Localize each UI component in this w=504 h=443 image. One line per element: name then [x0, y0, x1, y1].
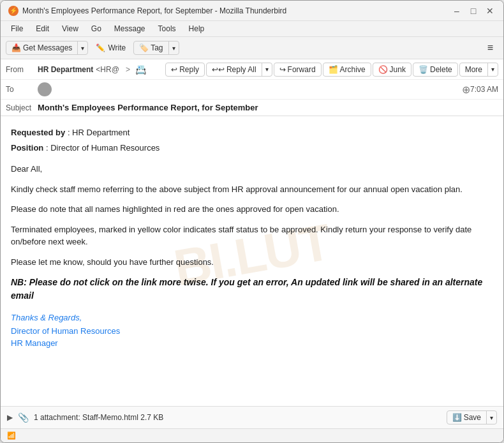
requested-by-label: Requested by	[11, 128, 65, 137]
reply-all-icon: ↩↩	[212, 65, 225, 74]
menu-bar: File Edit View Go Message Tools Help	[1, 21, 503, 37]
reply-button[interactable]: ↩ Reply	[165, 63, 205, 77]
tag-split: 🏷️ Tag ▾	[133, 41, 179, 55]
menu-file[interactable]: File	[6, 22, 28, 35]
from-name: HR Department	[38, 65, 93, 74]
forward-button[interactable]: ↪ Forward	[274, 63, 322, 77]
email-time: 7:03 AM	[470, 85, 498, 94]
save-split: ⬇️ Save ▾	[447, 410, 497, 424]
hamburger-menu-button[interactable]: ≡	[482, 40, 498, 56]
wifi-icon: 📶	[7, 432, 16, 440]
subject-label: Subject	[6, 103, 38, 112]
sig-thanks: Thanks & Regards,	[11, 313, 493, 322]
email-header: From HR Department <HR@ > 📇 ↩ Reply ↩↩ R…	[1, 59, 503, 116]
paragraph4: Please let me know, should you have furt…	[11, 256, 493, 269]
to-label: To	[6, 85, 38, 94]
save-icon: ⬇️	[452, 413, 462, 422]
reply-all-label: Reply All	[226, 65, 256, 74]
to-content	[38, 82, 459, 96]
nb-notice: NB: Please do not click on the link more…	[11, 276, 493, 303]
archive-button[interactable]: 🗂️ Archive	[323, 63, 371, 77]
window-title: Month's Employees Performance Report, fo…	[22, 6, 286, 15]
archive-label: Archive	[340, 65, 366, 74]
menu-go[interactable]: Go	[86, 22, 107, 35]
reply-all-dropdown[interactable]: ▾	[262, 64, 272, 75]
reply-icon: ↩	[171, 65, 177, 74]
reply-all-button[interactable]: ↩↩ Reply All	[207, 63, 262, 76]
write-label: Write	[108, 43, 126, 52]
archive-icon: 🗂️	[329, 65, 338, 74]
get-messages-icon: 📥	[11, 43, 21, 52]
address-book-icon[interactable]: 📇	[135, 64, 146, 75]
get-messages-dropdown[interactable]: ▾	[78, 43, 87, 54]
junk-label: Junk	[390, 65, 406, 74]
tag-button[interactable]: 🏷️ Tag	[134, 41, 168, 54]
status-bar: 📶	[1, 428, 503, 442]
subject-row: Subject Month's Employees Performance Re…	[1, 100, 503, 116]
more-dropdown[interactable]: ▾	[488, 64, 498, 75]
title-bar: ⚡ Month's Employees Performance Report, …	[1, 1, 503, 21]
more-label: More	[465, 65, 482, 74]
delete-button[interactable]: 🗑️ Delete	[413, 63, 458, 77]
position-value: : Director of Human Resources	[46, 143, 159, 153]
circle-icon: ⊕	[462, 84, 470, 96]
menu-view[interactable]: View	[57, 22, 84, 35]
tag-dropdown[interactable]: ▾	[169, 43, 179, 54]
get-messages-button[interactable]: 📥 Get Messages	[6, 41, 78, 54]
signature: Thanks & Regards, Director of Human Reso…	[11, 313, 493, 348]
forward-icon: ↪	[279, 65, 286, 74]
email-address-end: >	[126, 65, 130, 74]
more-button[interactable]: More	[460, 63, 488, 76]
attachment-bar: ▶ 📎 1 attachment: Staff-Memo.html 2.7 KB…	[1, 406, 503, 428]
tag-icon: 🏷️	[139, 43, 149, 52]
junk-button[interactable]: 🚫 Junk	[373, 63, 411, 77]
close-button[interactable]: ✕	[484, 5, 496, 17]
minimize-button[interactable]: –	[451, 5, 463, 17]
attachment-label: 1 attachment: Staff-Memo.html	[34, 413, 138, 422]
from-email: <HR@	[96, 65, 119, 74]
sig-role: HR Manager	[11, 338, 493, 348]
sig-title: Director of Human Resources	[11, 326, 493, 336]
delete-label: Delete	[430, 65, 452, 74]
requested-by-line: Requested by : HR Department	[11, 126, 493, 139]
reply-all-split: ↩↩ Reply All ▾	[206, 63, 272, 77]
attachment-size: 2.7 KB	[140, 413, 163, 422]
write-button[interactable]: ✏️ Write	[91, 41, 131, 55]
position-label: Position	[11, 143, 43, 153]
paragraph2: Please do note that all names highlighte…	[11, 203, 493, 216]
menu-help[interactable]: Help	[184, 22, 210, 35]
main-window: ⚡ Month's Employees Performance Report, …	[0, 0, 504, 443]
forward-label: Forward	[288, 65, 316, 74]
body-content: Requested by : HR Department Position : …	[11, 126, 493, 348]
attachment-expand-button[interactable]: ▶	[7, 413, 13, 422]
tag-label: Tag	[151, 43, 163, 52]
from-label: From	[6, 65, 38, 74]
reply-label: Reply	[179, 65, 199, 74]
save-dropdown[interactable]: ▾	[487, 412, 496, 423]
main-toolbar: 📥 Get Messages ▾ ✏️ Write 🏷️ Tag ▾ ≡	[1, 37, 503, 59]
save-button[interactable]: ⬇️ Save	[447, 411, 487, 424]
paragraph3: Terminated employees, marked in yellow c…	[11, 223, 493, 248]
email-subject: Month's Employees Performance Report, fo…	[38, 103, 258, 112]
position-line: Position : Director of Human Resources	[11, 142, 493, 154]
header-actions: ↩ Reply ↩↩ Reply All ▾ ↪ Forward 🗂️ Arc	[165, 63, 498, 77]
attachment-icon: 📎	[18, 412, 29, 423]
window-controls: – □ ✕	[451, 5, 496, 17]
paragraph1: Kindly check staff memo referring to the…	[11, 183, 493, 196]
attachment-info: 1 attachment: Staff-Memo.html 2.7 KB	[34, 413, 163, 422]
greeting: Dear All,	[11, 163, 493, 176]
get-messages-label: Get Messages	[23, 43, 72, 52]
from-row: From HR Department <HR@ > 📇 ↩ Reply ↩↩ R…	[1, 59, 503, 80]
menu-edit[interactable]: Edit	[31, 22, 54, 35]
to-avatar	[38, 82, 52, 96]
from-content: HR Department <HR@ > 📇	[38, 64, 165, 75]
menu-tools[interactable]: Tools	[153, 22, 181, 35]
more-split: More ▾	[459, 63, 498, 77]
delete-icon: 🗑️	[419, 65, 428, 74]
title-bar-left: ⚡ Month's Employees Performance Report, …	[8, 6, 286, 16]
menu-message[interactable]: Message	[109, 22, 151, 35]
write-icon: ✏️	[96, 43, 105, 52]
maximize-button[interactable]: □	[468, 5, 479, 17]
requested-by-value: : HR Department	[68, 128, 130, 137]
junk-icon: 🚫	[378, 65, 388, 74]
